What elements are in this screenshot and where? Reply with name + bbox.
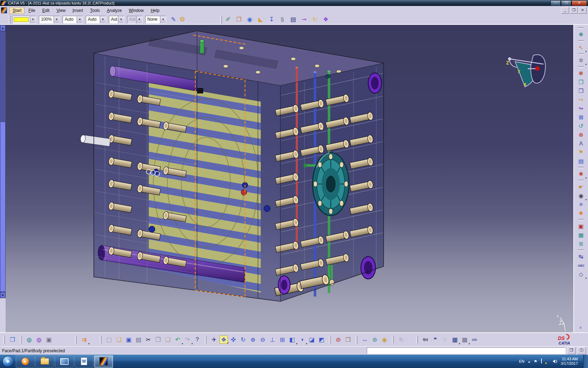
pan-icon[interactable]: ✜	[229, 335, 238, 344]
toolbar-separator[interactable]	[578, 40, 584, 42]
select-arrow-icon[interactable]: ↖▾	[576, 43, 586, 52]
toolbar-separator[interactable]	[578, 219, 584, 220]
measure-inertia-icon[interactable]: ◉	[380, 335, 389, 344]
show-desktop-button[interactable]	[583, 355, 588, 368]
menu-tools[interactable]: Tools	[87, 7, 103, 14]
text-template-icon[interactable]: A	[576, 139, 586, 148]
measure-between-icon[interactable]: ↔	[360, 335, 369, 344]
menu-start[interactable]: Start	[9, 7, 24, 14]
grid-arrows-icon[interactable]: ⇉▾	[80, 335, 89, 344]
no-show-icon[interactable]: ⊗	[576, 130, 586, 139]
rotate-view-icon[interactable]: ↻	[239, 335, 247, 344]
volume-icon[interactable]: ))	[551, 360, 557, 363]
start-button[interactable]: ❖	[0, 355, 15, 368]
save-icon[interactable]: ▣	[124, 335, 133, 344]
relations-icon[interactable]: ≔	[470, 335, 479, 344]
toolbar-separator[interactable]	[578, 180, 584, 181]
hidden-icons-chevron[interactable]: ▴	[528, 360, 530, 363]
multi-view-icon[interactable]: ⊞	[278, 335, 287, 344]
doc-gear-navy-icon[interactable]: ❒	[576, 87, 586, 95]
spec-tree-scrollbar[interactable]: ▲ ▼	[0, 25, 6, 332]
scroll-thumb[interactable]	[0, 122, 6, 292]
scroll-down-button[interactable]: ▼	[0, 292, 6, 298]
design-table-icon[interactable]: ▦▾	[450, 335, 459, 344]
open-folder-icon[interactable]: ❏	[114, 335, 123, 344]
eraser-tool-icon[interactable]: ✐	[224, 15, 232, 24]
flag-note-icon[interactable]: ⚑	[576, 148, 586, 157]
toolbar-drag-handle[interactable]	[205, 336, 206, 343]
menu-analyze[interactable]: Analyze	[104, 7, 125, 14]
doc-window-button[interactable]: ❐	[567, 347, 576, 354]
toolbar-drag-handle[interactable]	[329, 336, 331, 343]
menu-edit[interactable]: Edit	[39, 7, 53, 14]
hand-catalog-icon[interactable]: ☛	[576, 183, 586, 191]
normal-view-icon[interactable]: ⊥	[268, 335, 277, 344]
doc-gear-teal-icon[interactable]: ❒	[576, 78, 586, 87]
fit-all-in-icon[interactable]: ❖▾	[219, 335, 228, 344]
fly-mode-icon[interactable]: ✈	[210, 335, 218, 344]
list-hand-icon[interactable]: ≣	[576, 239, 586, 248]
toolbar-separator[interactable]	[578, 53, 584, 55]
zoom-out-icon[interactable]: ⊖	[258, 335, 267, 344]
toolbar-drag-handle[interactable]	[416, 336, 418, 343]
documentation-book-icon[interactable]: ❒	[8, 335, 17, 344]
lock-mini-icon[interactable]: ¤	[441, 335, 449, 344]
color-combo[interactable]: ▼	[12, 16, 36, 23]
swirl-gear-icon[interactable]: ◉▾	[576, 191, 586, 200]
menu-file[interactable]: File	[25, 7, 38, 14]
knowledge-grid-icon[interactable]: ❖	[321, 15, 330, 24]
taskbar-clock[interactable]: 11:43 AM 3/17/2017	[561, 357, 578, 366]
snap-constraint-icon[interactable]: ⊠	[576, 113, 586, 122]
anchor-constraint-icon[interactable]: ↧	[267, 15, 276, 24]
paste-icon[interactable]: ❑	[163, 335, 172, 344]
measure-protractor-icon[interactable]: ◣	[256, 15, 265, 24]
redo-icon[interactable]: ↷▾	[183, 335, 192, 344]
menu-window[interactable]: Window	[126, 7, 147, 14]
toolbar-separator[interactable]	[578, 167, 584, 168]
render-style-icon[interactable]: ◑▾	[298, 335, 306, 344]
knowledge-inspector-icon[interactable]: ⊘	[334, 335, 343, 344]
action-center-flag-icon[interactable]: ⚑	[534, 359, 537, 364]
menu-help[interactable]: Help	[148, 7, 163, 14]
taskbar-media-player-button[interactable]: ▸	[16, 355, 35, 368]
network-icon[interactable]: ▲	[541, 359, 547, 364]
undo-icon[interactable]: ↶▾	[173, 335, 182, 344]
render-globe-star-icon[interactable]: ◍	[25, 335, 34, 344]
sketch-window-icon[interactable]: ▤	[289, 15, 298, 24]
graphic-properties-painter-icon[interactable]: ✎	[169, 15, 178, 24]
render-camera-icon[interactable]: ◉	[245, 15, 254, 24]
automation-gears-icon[interactable]: ❋	[576, 30, 586, 39]
power-input-field[interactable]	[367, 347, 566, 354]
zoom-in-icon[interactable]: ⊕	[248, 335, 257, 344]
toolbar-drag-handle[interactable]	[3, 336, 5, 343]
property-combo-1[interactable]: Auto▼	[63, 16, 83, 23]
comment-icon[interactable]: ❝	[431, 335, 440, 344]
toolbar-drag-handle[interactable]	[100, 336, 102, 343]
property-combo-0[interactable]: 100%▼	[39, 16, 60, 23]
toolbar-drag-handle[interactable]	[392, 336, 394, 343]
scroll-up-button[interactable]: ▲	[0, 25, 6, 31]
taskbar-explorer-button[interactable]	[35, 355, 54, 368]
info-button[interactable]: ⓘ	[577, 347, 586, 354]
taskbar-catia-button[interactable]	[94, 355, 113, 368]
update-swirl-icon[interactable]: ↻	[310, 15, 319, 24]
toolbar-drag-handle[interactable]	[9, 16, 10, 23]
text-abc-icon[interactable]: ABC	[576, 261, 586, 270]
restore-button[interactable]: ❐	[561, 0, 571, 6]
list-rollback-icon[interactable]: ↺	[576, 122, 586, 130]
render-box-icon[interactable]: ▣	[44, 335, 53, 344]
property-combo-3[interactable]: Aut▼	[109, 16, 124, 23]
mdi-restore-button[interactable]: ❐	[570, 7, 578, 14]
render-globe-flame-icon[interactable]: ◍	[35, 335, 43, 344]
whats-this-icon[interactable]: ?	[193, 335, 202, 344]
wizard-sphere-icon[interactable]: ❂	[178, 15, 187, 24]
doc-import-icon[interactable]: ↬	[576, 104, 586, 113]
print-icon[interactable]: ▤	[134, 335, 143, 344]
formula-gears-icon[interactable]: ✱▾	[576, 170, 586, 178]
lock-icon[interactable]: ▩▾	[460, 335, 469, 344]
link-tool-icon[interactable]: ⊸	[300, 15, 308, 24]
toolbar-drag-handle[interactable]	[75, 336, 77, 343]
iso-view-icon[interactable]: ◧▾	[288, 335, 296, 344]
3d-viewport[interactable]: Z y x z y x	[6, 25, 573, 332]
catalog-box-icon[interactable]: ❒	[234, 15, 243, 24]
